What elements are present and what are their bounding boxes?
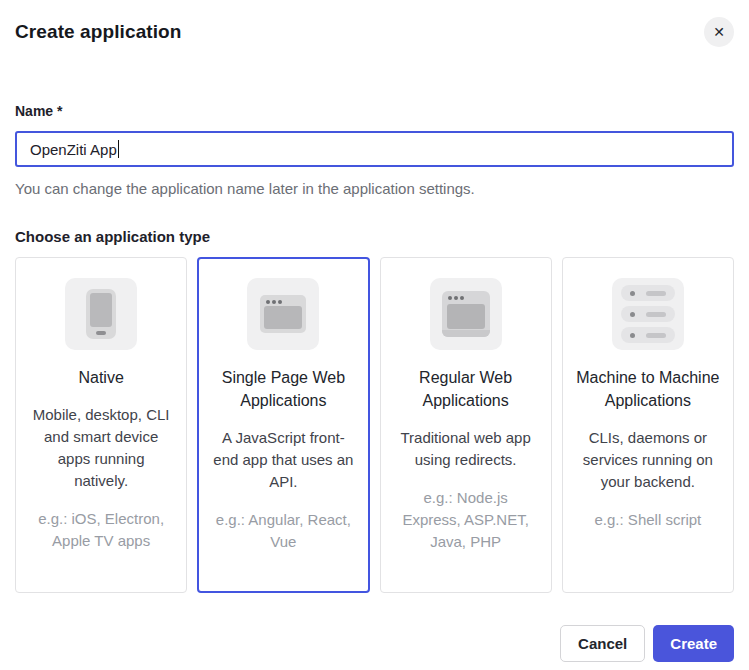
- name-input-value: OpenZiti App: [30, 141, 117, 158]
- required-marker: *: [57, 103, 62, 119]
- card-description: A JavaScript front-end app that uses an …: [211, 427, 355, 493]
- card-example: e.g.: Node.js Express, ASP.NET, Java, PH…: [394, 487, 538, 553]
- card-example: e.g.: Angular, React, Vue: [211, 509, 355, 553]
- card-title: Machine to Machine Applications: [576, 366, 720, 412]
- card-title: Regular Web Applications: [394, 366, 538, 412]
- phone-icon: [65, 278, 137, 350]
- name-input[interactable]: OpenZiti App: [15, 131, 734, 167]
- server-stack-icon: [612, 278, 684, 350]
- name-label-text: Name: [15, 103, 53, 119]
- browser-window-icon: [247, 278, 319, 350]
- name-field-group: Name * OpenZiti App You can change the a…: [15, 103, 734, 197]
- app-type-card-native[interactable]: Native Mobile, desktop, CLI and smart de…: [15, 257, 187, 593]
- card-description: Mobile, desktop, CLI and smart device ap…: [29, 404, 173, 492]
- name-helper-text: You can change the application name late…: [15, 180, 734, 197]
- dialog-footer: Cancel Create: [15, 625, 734, 662]
- app-type-card-machine-to-machine[interactable]: Machine to Machine Applications CLIs, da…: [562, 257, 734, 593]
- close-button[interactable]: ✕: [704, 17, 734, 47]
- application-type-cards: Native Mobile, desktop, CLI and smart de…: [15, 257, 734, 593]
- name-label: Name *: [15, 103, 734, 119]
- dialog-header: Create application ✕: [15, 0, 734, 47]
- card-description: Traditional web app using redirects.: [394, 427, 538, 471]
- app-type-card-regular-web[interactable]: Regular Web Applications Traditional web…: [380, 257, 552, 593]
- type-section-label: Choose an application type: [15, 228, 734, 245]
- desktop-window-icon: [430, 278, 502, 350]
- close-icon: ✕: [713, 24, 725, 40]
- card-title: Native: [29, 366, 173, 389]
- app-type-card-spa[interactable]: Single Page Web Applications A JavaScrip…: [197, 257, 369, 593]
- dialog-title: Create application: [15, 21, 182, 43]
- card-example: e.g.: iOS, Electron, Apple TV apps: [29, 508, 173, 552]
- application-type-section: Choose an application type Native Mobile…: [15, 228, 734, 593]
- cancel-button[interactable]: Cancel: [560, 625, 645, 662]
- card-title: Single Page Web Applications: [211, 366, 355, 412]
- create-application-dialog: Create application ✕ Name * OpenZiti App…: [0, 0, 749, 662]
- card-description: CLIs, daemons or services running on you…: [576, 427, 720, 493]
- card-example: e.g.: Shell script: [576, 509, 720, 531]
- text-caret: [118, 140, 119, 158]
- create-button[interactable]: Create: [653, 625, 734, 662]
